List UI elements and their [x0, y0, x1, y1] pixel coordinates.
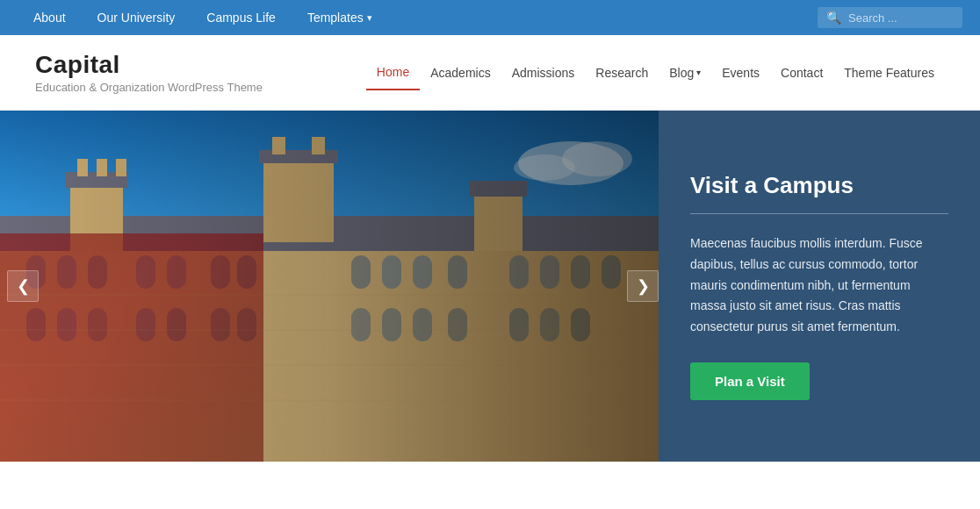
site-tagline: Education & Organization WordPress Theme — [35, 81, 263, 94]
top-nav-links: About Our University Campus Life Templat… — [18, 0, 388, 35]
hero-section: ❮ — [0, 111, 980, 462]
nav-home[interactable]: Home — [366, 55, 420, 90]
site-header: Capital Education & Organization WordPre… — [0, 35, 980, 111]
nav-academics[interactable]: Academics — [420, 55, 501, 90]
search-bar[interactable]: 🔍 — [818, 7, 962, 28]
top-nav-our-university[interactable]: Our University — [82, 0, 191, 35]
nav-research[interactable]: Research — [585, 55, 659, 90]
next-arrow-icon: ❯ — [637, 276, 650, 296]
plan-visit-button[interactable]: Plan a Visit — [690, 362, 810, 400]
nav-events[interactable]: Events — [711, 55, 770, 90]
nav-theme-features[interactable]: Theme Features — [833, 55, 945, 90]
nav-contact[interactable]: Contact — [770, 55, 833, 90]
templates-dropdown-arrow: ▾ — [367, 12, 372, 24]
search-input[interactable] — [848, 11, 954, 25]
blog-dropdown-arrow: ▾ — [696, 68, 701, 77]
main-navigation: Home Academics Admissions Research Blog … — [366, 55, 945, 90]
panel-divider — [690, 213, 948, 214]
site-brand: Capital Education & Organization WordPre… — [35, 51, 263, 94]
nav-blog[interactable]: Blog ▾ — [659, 55, 711, 90]
panel-body: Maecenas faucibus mollis interdum. Fusce… — [690, 233, 948, 338]
slider-prev-button[interactable]: ❮ — [7, 270, 39, 302]
hero-panel: Visit a Campus Maecenas faucibus mollis … — [659, 111, 980, 462]
site-title: Capital — [35, 51, 263, 79]
prev-arrow-icon: ❮ — [17, 276, 30, 296]
slider-next-button[interactable]: ❯ — [627, 270, 659, 302]
nav-admissions[interactable]: Admissions — [501, 55, 586, 90]
top-nav-templates[interactable]: Templates ▾ — [292, 0, 388, 35]
top-nav-campus-life[interactable]: Campus Life — [191, 0, 292, 35]
panel-title: Visit a Campus — [690, 172, 948, 199]
top-nav-about[interactable]: About — [18, 0, 82, 35]
building-illustration — [0, 111, 659, 462]
search-icon: 🔍 — [826, 11, 841, 25]
svg-rect-52 — [0, 111, 659, 462]
hero-image — [0, 111, 659, 462]
top-navigation: About Our University Campus Life Templat… — [0, 0, 980, 35]
